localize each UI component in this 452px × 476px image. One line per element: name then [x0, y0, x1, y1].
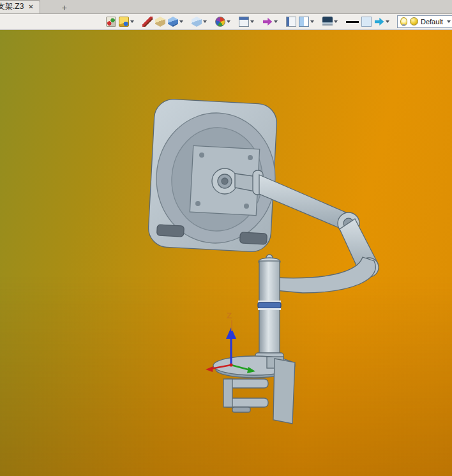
tab-bar: 支架.Z3 ✕ +: [0, 0, 452, 14]
chevron-down-icon: [310, 20, 314, 23]
pencil-glyph: [142, 17, 153, 27]
half-shaded-square-glyph: [299, 17, 309, 27]
zw3d-window: 支架.Z3 ✕ + Default: [0, 0, 452, 476]
cyan-arrow-glyph: [374, 17, 384, 27]
color-wheel-icon[interactable]: [215, 15, 231, 28]
chevron-down-icon: [250, 20, 254, 23]
side-panel-glyph: [286, 17, 296, 27]
shaded-cube-icon[interactable]: [167, 15, 184, 28]
display-config-combo[interactable]: Default: [397, 15, 452, 28]
upper-arm-segment[interactable]: [259, 175, 351, 233]
background-color-icon[interactable]: [361, 15, 372, 28]
model-canvas[interactable]: Z: [0, 30, 452, 476]
viewport-window-icon[interactable]: [238, 15, 255, 28]
magenta-arrow-icon[interactable]: [262, 15, 278, 28]
magenta-arrow-glyph: [262, 17, 273, 27]
palette-sheet-glyph: [106, 17, 116, 27]
paint-bucket-icon[interactable]: [118, 15, 135, 28]
document-tab-label: 支架.Z3: [0, 1, 24, 12]
chevron-down-icon: [130, 20, 134, 23]
horizontal-link[interactable]: [275, 257, 375, 293]
yellow-sphere-icon: [410, 17, 418, 26]
chevron-down-icon: [447, 20, 451, 23]
speaker-grille-left: [157, 225, 185, 237]
view-toolbar: Default: [0, 14, 452, 30]
light-cube-glyph: [192, 17, 202, 27]
lightbulb-icon: [400, 17, 407, 26]
chevron-down-icon: [386, 20, 389, 23]
tab-close-icon[interactable]: ✕: [27, 3, 34, 10]
monitor-display-glyph: [322, 17, 333, 27]
chevron-down-icon: [334, 20, 338, 23]
pencil-icon[interactable]: [142, 15, 153, 28]
monitor-display-icon[interactable]: [322, 15, 338, 28]
cyan-arrow-icon[interactable]: [373, 15, 390, 28]
shaded-cube-glyph: [168, 17, 178, 27]
paint-bucket-glyph: [119, 17, 129, 27]
clamp-screw: [232, 407, 250, 412]
half-shaded-square-icon[interactable]: [298, 15, 315, 28]
speaker-grille-right: [240, 232, 267, 244]
chevron-down-icon: [227, 20, 230, 23]
viewport-window-glyph: [239, 17, 249, 27]
chevron-down-icon: [203, 20, 207, 23]
x-axis-arrow: [206, 366, 213, 372]
tan-box-glyph: [155, 17, 165, 27]
side-panel-icon[interactable]: [285, 15, 297, 28]
line-width-icon[interactable]: [345, 15, 359, 28]
light-cube-icon[interactable]: [191, 15, 207, 28]
clamp-body: [273, 359, 295, 424]
chevron-down-icon: [179, 20, 183, 23]
z-axis-arrow: [226, 327, 236, 339]
3d-viewport[interactable]: Z: [0, 30, 452, 476]
palette-sheet-icon[interactable]: [105, 15, 117, 28]
display-config-label: Default: [421, 18, 443, 26]
background-color-glyph: [361, 17, 372, 27]
color-wheel-glyph: [215, 17, 225, 27]
tan-box-icon[interactable]: [154, 15, 166, 28]
chevron-down-icon: [274, 20, 278, 23]
pole-blue-ring: [258, 302, 281, 308]
z-axis-label: Z: [227, 311, 232, 320]
mount-pole[interactable]: [255, 255, 283, 368]
line-width-glyph: [346, 17, 359, 27]
new-tab-button[interactable]: +: [57, 2, 72, 13]
document-tab[interactable]: 支架.Z3 ✕: [0, 0, 40, 13]
